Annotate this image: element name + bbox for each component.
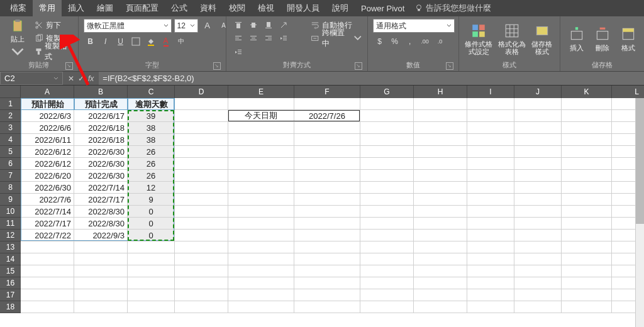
cell-A2[interactable]: 2022/6/3 [21,110,74,122]
cell-K16[interactable] [562,277,612,289]
cell-I8[interactable] [467,182,514,194]
cell-C11[interactable]: 0 [128,218,175,230]
cell-B7[interactable]: 2022/6/30 [74,170,128,182]
cell-A13[interactable] [21,241,74,253]
cell-I14[interactable] [467,253,514,265]
cell-D10[interactable] [175,206,228,218]
vertical-scrollbar[interactable] [635,98,644,327]
name-box[interactable]: C2 [0,72,63,85]
cell-E13[interactable] [228,241,294,253]
cell-D1[interactable] [175,98,228,110]
cell-G8[interactable] [360,182,414,194]
tab-page-layout[interactable]: 頁面配置 [119,0,165,16]
cell-H1[interactable] [414,98,467,110]
cell-K17[interactable] [562,289,612,301]
column-header-J[interactable]: J [514,86,562,98]
cell-F7[interactable] [294,170,360,182]
orientation-button[interactable] [277,19,291,31]
cell-H4[interactable] [414,134,467,146]
cell-E6[interactable] [228,158,294,170]
cell-C14[interactable] [128,253,175,265]
cell-G3[interactable] [360,122,414,134]
cell-A17[interactable] [21,289,74,301]
cell-K5[interactable] [562,146,612,158]
cell-J15[interactable] [514,265,562,277]
font-name-dropdown[interactable]: 微軟正黑體 [84,19,172,33]
tab-file[interactable]: 檔案 [4,0,33,16]
row-header-14[interactable]: 14 [0,253,21,265]
cell-A8[interactable]: 2022/6/30 [21,182,74,194]
cell-J11[interactable] [514,218,562,230]
cell-C6[interactable]: 26 [128,158,175,170]
cell-K18[interactable] [562,301,612,313]
cell-E12[interactable] [228,230,294,241]
cell-B18[interactable] [74,301,128,313]
font-size-dropdown[interactable]: 12 [174,19,198,33]
cell-A4[interactable]: 2022/6/11 [21,134,74,146]
increase-font-button[interactable]: A [201,19,214,31]
cell-C3[interactable]: 38 [128,122,175,134]
cell-A15[interactable] [21,265,74,277]
cell-K10[interactable] [562,206,612,218]
tab-draw[interactable]: 繪圖 [91,0,119,16]
cell-F16[interactable] [294,277,360,289]
decrease-decimal-button[interactable]: .0 [433,35,447,48]
cell-J3[interactable] [514,122,562,134]
cell-G5[interactable] [360,146,414,158]
cell-G6[interactable] [360,158,414,170]
cell-E8[interactable] [228,182,294,194]
cell-A11[interactable]: 2022/7/17 [21,218,74,230]
comma-button[interactable]: , [403,35,417,48]
header-overdue[interactable]: 逾期天數 [128,98,175,110]
row-header-2[interactable]: 2 [0,110,21,122]
cell-H7[interactable] [414,170,467,182]
row-header-16[interactable]: 16 [0,277,21,289]
cell-K12[interactable] [562,230,612,241]
cell-K14[interactable] [562,253,612,265]
row-header-4[interactable]: 4 [0,134,21,146]
cell-K3[interactable] [562,122,612,134]
cell-A10[interactable]: 2022/7/14 [21,206,74,218]
cell-G11[interactable] [360,218,414,230]
row-header-9[interactable]: 9 [0,194,21,206]
cell-B11[interactable]: 2022/8/30 [74,218,128,230]
cell-E18[interactable] [228,301,294,313]
dialog-launcher-icon[interactable]: ↘ [355,62,362,70]
column-header-I[interactable]: I [467,86,514,98]
cell-E14[interactable] [228,253,294,265]
tab-power-pivot[interactable]: Power Pivot [355,0,411,16]
cell-C5[interactable]: 26 [128,146,175,158]
cell-I9[interactable] [467,194,514,206]
cell-G2[interactable] [360,110,414,122]
cell-B8[interactable]: 2022/7/14 [74,182,128,194]
cell-H6[interactable] [414,158,467,170]
cell-A9[interactable]: 2022/7/6 [21,194,74,206]
cell-F5[interactable] [294,146,360,158]
cell-C16[interactable] [128,277,175,289]
cell-A14[interactable] [21,253,74,265]
cell-C15[interactable] [128,265,175,277]
cell-H11[interactable] [414,218,467,230]
cell-G18[interactable] [360,301,414,313]
row-header-3[interactable]: 3 [0,122,21,134]
cell-C13[interactable] [128,241,175,253]
cell-B13[interactable] [74,241,128,253]
cell-D4[interactable] [175,134,228,146]
column-header-F[interactable]: F [294,86,360,98]
column-header-H[interactable]: H [414,86,467,98]
cell-today-value[interactable]: 2022/7/26 [294,110,360,122]
cell-H15[interactable] [414,265,467,277]
cell-J18[interactable] [514,301,562,313]
cell-D17[interactable] [175,289,228,301]
delete-cells-button[interactable]: 刪除 [591,19,613,59]
dialog-launcher-icon[interactable]: ↘ [213,62,221,70]
align-middle-button[interactable] [247,19,260,31]
cell-E9[interactable] [228,194,294,206]
tab-review[interactable]: 校閱 [223,0,252,16]
align-top-button[interactable] [231,19,245,31]
cell-D8[interactable] [175,182,228,194]
cell-J17[interactable] [514,289,562,301]
cell-E10[interactable] [228,206,294,218]
cell-K7[interactable] [562,170,612,182]
cell-K15[interactable] [562,265,612,277]
